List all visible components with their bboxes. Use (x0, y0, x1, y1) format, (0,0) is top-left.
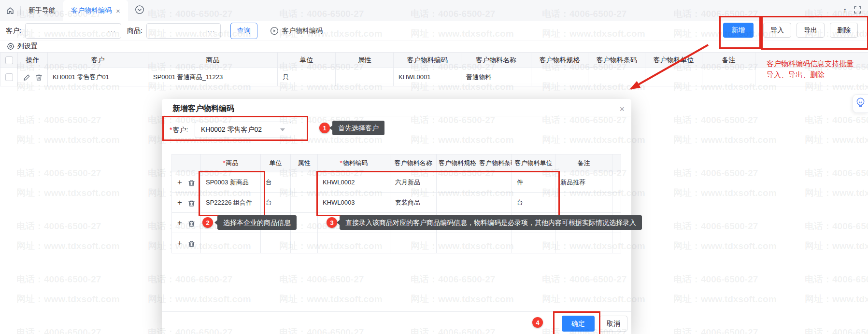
help-assistant-button[interactable] (853, 94, 868, 113)
main-table-header-row: 操作客户商品单位属性客户物料编码客户物料名称客户物料规格客户物料条码客户物料单位… (0, 53, 868, 68)
delete-row-icon[interactable] (188, 180, 195, 187)
grid-cell[interactable] (291, 193, 318, 213)
watermark-text: 电话：4006-6500-27网址：www.tdxsoft.com (805, 273, 868, 306)
grid-cell[interactable] (512, 233, 555, 253)
grid-cell[interactable] (318, 213, 390, 233)
main-table: 操作客户商品单位属性客户物料编码客户物料名称客户物料规格客户物料条码客户物料单位… (0, 52, 868, 86)
chevron-down-circle-icon (135, 5, 144, 16)
grid-cell[interactable] (201, 213, 261, 233)
grid-cell[interactable] (261, 233, 291, 253)
grid-cell[interactable] (291, 213, 318, 233)
add-button[interactable]: 新增 (723, 23, 754, 38)
grid-cell[interactable] (555, 193, 612, 213)
grid-cell[interactable] (318, 233, 390, 253)
grid-cell[interactable] (390, 213, 437, 233)
column-header-filler (612, 154, 621, 172)
grid-cell[interactable] (555, 213, 612, 233)
row-actions-cell (18, 68, 48, 86)
home-button[interactable] (0, 0, 20, 21)
modal-close-icon[interactable]: × (619, 105, 625, 113)
watermark-text: 电话：4006-6500-27网址：www.tdxsoft.com (673, 220, 777, 252)
customer-filter-input[interactable]: ··· (25, 23, 121, 39)
import-button[interactable]: 导入 (763, 23, 791, 38)
grid-cell[interactable] (437, 233, 477, 253)
guide-link[interactable]: 客户物料编码 (270, 27, 323, 35)
export-button[interactable]: 导出 (797, 23, 825, 38)
tab-close-icon[interactable]: × (116, 7, 120, 14)
grid-cell[interactable] (512, 213, 555, 233)
delete-button[interactable]: 删除 (830, 23, 858, 38)
modal-customer-select[interactable]: KH0002 零售客户02 (195, 122, 291, 138)
modal-table-row: +SP0003 新商品台KHWL0002六月新品件新品推荐 (172, 172, 621, 193)
row-actions-header (172, 154, 201, 172)
grid-cell[interactable]: 件 (512, 172, 555, 193)
modal-table: *商品单位属性*物料编码客户物料名称客户物料规格客户物料条码客户物料单位备注+S… (171, 154, 621, 253)
grid-cell[interactable]: SP22226 组合件 (201, 193, 261, 213)
grid-cell[interactable] (291, 172, 318, 193)
table-cell: 只 (278, 68, 336, 86)
grid-cell-filler (612, 172, 621, 193)
grid-cell[interactable] (555, 233, 612, 253)
modal-customer-label: *客户: (170, 126, 188, 135)
add-row-icon[interactable]: + (177, 198, 182, 207)
column-header: *物料编码 (318, 154, 390, 172)
delete-row-icon[interactable] (188, 240, 195, 248)
grid-cell[interactable] (437, 172, 477, 193)
column-header: 客户物料单位 (645, 53, 702, 68)
grid-cell[interactable] (477, 213, 512, 233)
required-mark: * (223, 159, 225, 167)
grid-cell[interactable] (390, 233, 437, 253)
modal-cancel-button[interactable]: 取消 (599, 316, 627, 332)
grid-cell[interactable]: 六月新品 (390, 172, 437, 193)
watermark-text: 电话：4006-6500-27网址：www.tdxsoft.com (805, 326, 868, 334)
collapse-up-icon[interactable]: ↑ (843, 7, 847, 14)
add-row-icon[interactable]: + (177, 218, 182, 227)
fullscreen-icon[interactable] (854, 6, 861, 15)
product-filter-label: 商品: (127, 27, 142, 35)
grid-cell[interactable] (477, 172, 512, 193)
delete-row-icon[interactable] (188, 220, 195, 227)
grid-cell[interactable] (201, 233, 261, 253)
tab-list-dropdown[interactable] (135, 5, 144, 16)
column-header: 客户物料条码 (477, 154, 512, 172)
row-checkbox[interactable] (5, 73, 13, 81)
required-mark: * (170, 126, 172, 134)
grid-cell[interactable] (261, 213, 291, 233)
grid-cell[interactable]: 新品推荐 (555, 172, 612, 193)
grid-cell[interactable] (437, 213, 477, 233)
watermark-text: 电话：4006-6500-27网址：www.tdxsoft.com (16, 326, 120, 334)
grid-cell[interactable] (291, 233, 318, 253)
grid-cell[interactable]: SP0003 新商品 (201, 172, 261, 193)
query-button[interactable]: 查询 (230, 23, 257, 39)
tab-kehuwuliaobianma[interactable]: 客户物料编码 × (63, 0, 128, 21)
select-all-checkbox[interactable] (5, 56, 13, 64)
grid-cell[interactable]: KHWL0002 (318, 172, 390, 193)
modal-table-row: + (172, 233, 621, 253)
grid-cell[interactable]: KHWL0003 (318, 193, 390, 213)
column-header: 备注 (555, 154, 612, 172)
grid-cell[interactable]: 套装商品 (390, 193, 437, 213)
required-mark: * (340, 159, 342, 167)
add-row-icon[interactable]: + (177, 178, 182, 187)
grid-cell[interactable] (477, 193, 512, 213)
grid-cell[interactable]: 台 (261, 172, 291, 193)
modal-ok-button[interactable]: 确定 (562, 316, 595, 332)
tab-xinshoudaohang[interactable]: 新手导航 (21, 0, 63, 21)
app-screen: 新手导航 客户物料编码 × ↑ 客户: ··· 商品: ··· 查询 客户物料编… (0, 0, 868, 334)
watermark-text: 电话：4006-6500-27网址：www.tdxsoft.com (805, 167, 868, 199)
column-header: 单位 (261, 154, 291, 172)
watermark-text: 电话：4006-6500-27网址：www.tdxsoft.com (16, 114, 120, 146)
grid-cell[interactable]: 台 (261, 193, 291, 213)
edit-icon[interactable] (23, 74, 30, 81)
grid-cell[interactable] (477, 233, 512, 253)
grid-cell[interactable] (437, 193, 477, 213)
product-filter-input[interactable]: ··· (146, 23, 221, 39)
watermark-text: 电话：4006-6500-27网址：www.tdxsoft.com (805, 220, 868, 252)
column-header: 客户物料单位 (512, 154, 555, 172)
modal-title: 新增客户物料编码 (172, 104, 234, 114)
delete-row-icon[interactable] (188, 200, 195, 207)
delete-icon[interactable] (35, 74, 43, 81)
column-settings-button[interactable]: 列设置 (7, 41, 38, 52)
add-row-icon[interactable]: + (177, 238, 182, 248)
grid-cell[interactable]: 台 (512, 193, 555, 213)
